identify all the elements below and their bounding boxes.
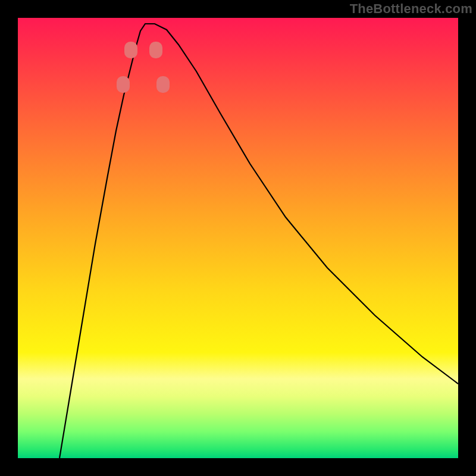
marker-right-upper [156,76,170,93]
marker-right-lower [149,42,162,58]
chart-frame: TheBottleneck.com [0,0,476,476]
plot-area [18,18,458,458]
marker-left-upper [117,76,130,93]
watermark-text: TheBottleneck.com [350,1,472,17]
curve-layer [18,18,458,458]
marker-left-lower [124,42,137,58]
